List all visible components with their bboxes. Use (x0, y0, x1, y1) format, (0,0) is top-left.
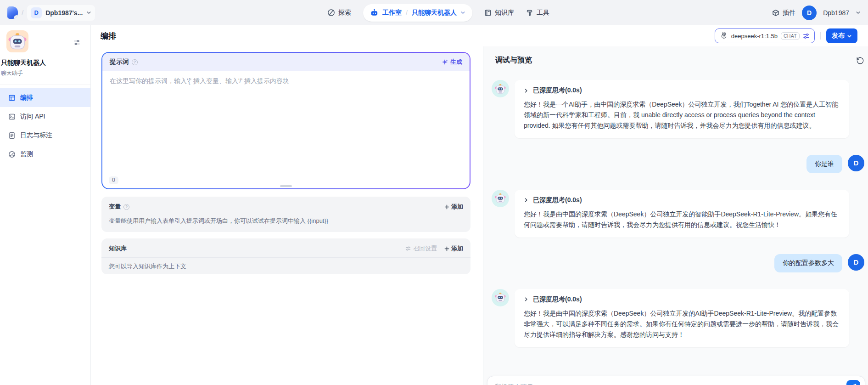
publish-button[interactable]: 发布 (826, 28, 857, 43)
user-avatar[interactable]: D (802, 6, 817, 20)
knowledge-header: 知识库 召回设置 添加 (101, 244, 470, 258)
chat-input[interactable]: 和机器人聊天 (487, 376, 865, 385)
model-params-icon[interactable] (803, 33, 810, 40)
bot-avatar (492, 289, 509, 306)
sidebar-item-logs[interactable]: 日志与标注 (0, 126, 90, 145)
user-name: Dpb1987 (823, 9, 849, 17)
sidebar-item-label: 编排 (20, 94, 33, 102)
orchestrate-window-icon (8, 94, 16, 102)
send-button[interactable] (846, 380, 860, 385)
prompt-panel: 提示词 ? 生成 在这里写你的提示词，输入'{' 插入变量、输入'/' 插入提示… (101, 52, 470, 189)
nav-plugins[interactable]: 插件 (772, 9, 795, 17)
add-knowledge-button[interactable]: 添加 (444, 244, 463, 253)
nav-explore-label: 探索 (338, 9, 351, 17)
app-settings-icon[interactable] (73, 39, 80, 46)
generate-button[interactable]: 生成 (442, 58, 462, 66)
variables-title: 变量 ? (109, 203, 129, 211)
main-content: 提示词 ? 生成 在这里写你的提示词，输入'{' 插入变量、输入'/' 插入提示… (91, 46, 868, 385)
app-subtitle: 聊天助手 (1, 69, 84, 77)
sidebar: 只能聊天机器人 聊天助手 编排 访问 API 日志与标注 监测 (0, 25, 91, 385)
nav-tools[interactable]: 工具 (526, 9, 549, 17)
plus-icon (444, 204, 449, 209)
bot-avatar (492, 80, 509, 97)
app-screen: / D Dpb1987's... 探索 工作室 / 只能聊天机器人 知识库 (0, 0, 868, 385)
variables-section: 变量 ? 添加 变量能使用用户输入表单引入提示词或开场白，你可以试试在提示词中输… (101, 197, 470, 232)
dify-logo-icon (7, 6, 18, 19)
thinking-label: 已深度思考(0.0s) (533, 196, 582, 204)
variables-title-text: 变量 (109, 203, 121, 211)
app-avatar (6, 30, 28, 52)
header-actions: deepseek-r1:1.5b CHAT 发布 (715, 28, 857, 43)
chevron-right-icon (524, 297, 529, 302)
sidebar-menu: 编排 访问 API 日志与标注 监测 (0, 88, 90, 164)
workspace-switcher[interactable]: D Dpb1987's... (27, 5, 95, 21)
user-message: 你是谁 D (492, 155, 864, 173)
debug-panel: 调试与预览 已深度思考(0.0s) (483, 46, 868, 385)
terminal-icon (8, 113, 16, 120)
debug-header: 调试与预览 (483, 46, 868, 65)
sidebar-item-label: 日志与标注 (20, 131, 52, 140)
chevron-down-icon (460, 10, 465, 15)
prompt-editor[interactable]: 在这里写你的提示词，输入'{' 插入变量、输入'/' 插入提示内容块 (102, 71, 470, 188)
robot-emoji-icon (494, 193, 506, 204)
model-selector[interactable]: deepseek-r1:1.5b CHAT (715, 28, 815, 43)
chat-input-placeholder: 和机器人聊天 (495, 383, 857, 385)
recall-settings-button[interactable]: 召回设置 (405, 244, 437, 253)
chevron-right-icon (524, 88, 529, 93)
explore-icon (327, 9, 335, 17)
thinking-label: 已深度思考(0.0s) (533, 86, 582, 95)
app-body: 只能聊天机器人 聊天助手 编排 访问 API 日志与标注 监测 (0, 25, 868, 385)
bot-message-text: 您好！我是由中国的深度求索（DeepSeek）公司独立开发的智能助手DeepSe… (524, 209, 840, 230)
nav-studio-pill[interactable]: 工作室 / 只能聊天机器人 (363, 4, 472, 22)
workspace-avatar: D (31, 7, 42, 18)
help-icon: ? (132, 59, 138, 65)
generate-label: 生成 (450, 58, 462, 66)
prompt-placeholder: 在这里写你的提示词，输入'{' 插入变量、输入'/' 插入提示内容块 (110, 77, 289, 85)
bot-avatar (492, 190, 509, 207)
bot-message-text: 您好！我是一个AI助手，由中国的深度求索（DeepSeek）公司独立开发，我们T… (524, 99, 840, 131)
page-title: 编排 (101, 31, 116, 41)
sidebar-item-monitoring[interactable]: 监测 (0, 145, 90, 164)
resize-handle[interactable] (280, 185, 292, 187)
add-variable-button[interactable]: 添加 (444, 203, 463, 211)
nav-tools-label: 工具 (537, 9, 549, 17)
user-message: 你的配置参数多大 D (492, 254, 864, 272)
recall-settings-label: 召回设置 (413, 244, 437, 253)
thinking-toggle[interactable]: 已深度思考(0.0s) (524, 295, 840, 304)
chevron-down-icon[interactable] (856, 10, 861, 15)
plus-icon (444, 246, 449, 251)
nav-explore[interactable]: 探索 (327, 9, 351, 17)
sidebar-item-orchestrate[interactable]: 编排 (0, 88, 90, 107)
robot-emoji-icon (494, 84, 506, 94)
main-area: 编排 deepseek-r1:1.5b CHAT 发布 (91, 25, 868, 385)
chevron-down-icon (86, 10, 91, 15)
log-document-icon (8, 132, 16, 139)
nav-plugins-label: 插件 (783, 9, 795, 17)
thinking-toggle[interactable]: 已深度思考(0.0s) (524, 196, 840, 204)
robot-head-icon (370, 8, 379, 17)
add-knowledge-label: 添加 (451, 244, 463, 253)
knowledge-section: 知识库 召回设置 添加 (101, 238, 470, 274)
bot-message-text: 您好！我是由中国的深度求索（DeepSeek）公司独立开发的AI助手DeepSe… (524, 308, 840, 340)
thinking-label: 已深度思考(0.0s) (533, 295, 582, 304)
chevron-down-icon (847, 34, 852, 39)
add-variable-label: 添加 (451, 203, 463, 211)
nav-knowledge[interactable]: 知识库 (484, 9, 514, 17)
model-name: deepseek-r1:1.5b (731, 33, 778, 40)
model-type-badge: CHAT (781, 32, 800, 40)
tools-hammer-icon (526, 9, 533, 17)
prompt-title: 提示词 ? (110, 58, 138, 66)
robot-emoji-icon (494, 292, 506, 303)
sliders-icon (405, 246, 411, 251)
restart-conversation-icon[interactable] (856, 57, 864, 65)
thinking-toggle[interactable]: 已深度思考(0.0s) (524, 86, 840, 95)
sidebar-item-label: 监测 (20, 150, 33, 159)
config-column: 提示词 ? 生成 在这里写你的提示词，输入'{' 插入变量、输入'/' 插入提示… (91, 46, 483, 385)
nav-separator: / (22, 9, 23, 17)
sidebar-item-api[interactable]: 访问 API (0, 107, 90, 126)
variables-header: 变量 ? 添加 (109, 203, 463, 211)
user-message-bubble: 你的配置参数多大 (774, 254, 842, 272)
main-header: 编排 deepseek-r1:1.5b CHAT 发布 (91, 25, 868, 46)
prompt-header: 提示词 ? 生成 (102, 53, 470, 71)
nav-studio-label: 工作室 (382, 9, 402, 17)
